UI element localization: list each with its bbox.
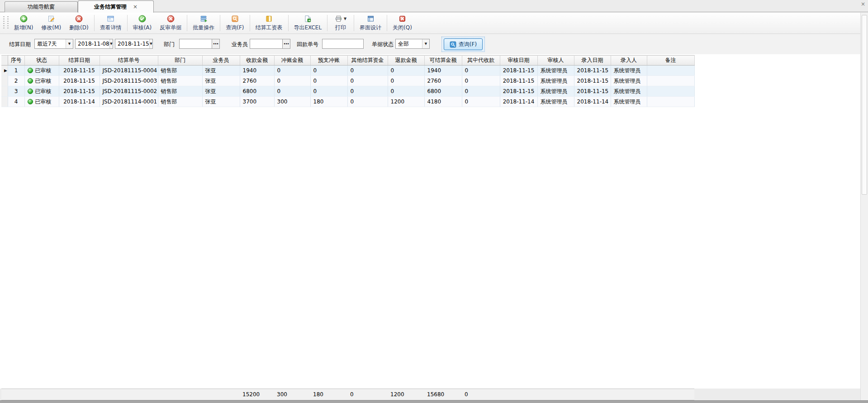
col-header-offset-amt[interactable]: 冲账金额 [274, 56, 310, 66]
total-agency-collect: 0 [462, 389, 500, 400]
button-label: 批量操作 [193, 24, 214, 32]
check-circle-icon [138, 15, 146, 23]
date-range-select[interactable]: 最近7天 ▼ [34, 39, 73, 49]
query-button[interactable]: 查询(F) [444, 38, 483, 50]
search-icon [450, 41, 456, 48]
cell-receipt-amt: 2760 [240, 76, 274, 86]
table-row[interactable]: ▶ 1 已审核 2018-11-15 JSD-20181115-0004 销售部… [1, 66, 694, 76]
add-button[interactable]: 新增(N) [10, 14, 37, 33]
col-header-other-funds[interactable]: 其他结算资金 [347, 56, 388, 66]
col-header-audit-date[interactable]: 审核日期 [500, 56, 537, 66]
table-row[interactable]: 3 已审核 2018-11-15 JSD-20181115-0002 销售部 张… [1, 86, 694, 97]
ellipsis-lookup-button[interactable]: ⋯ [212, 39, 219, 48]
col-header-advance-offset[interactable]: 预支冲账 [310, 56, 347, 66]
toolbar-grip[interactable] [7, 16, 9, 30]
col-header-dept[interactable]: 部门 [158, 56, 202, 66]
col-header-receipt-amt[interactable]: 收款金额 [240, 56, 274, 66]
tab-function-nav[interactable]: 功能导航窗 [5, 1, 78, 12]
col-header-salesman[interactable]: 业务员 [202, 56, 240, 66]
print-dropdown-caret[interactable]: ▼ [344, 17, 346, 21]
row-marker-header [1, 56, 8, 66]
col-header-doc-no[interactable]: 结算单号 [100, 56, 158, 66]
row-marker [1, 76, 8, 86]
tab-business-settlement[interactable]: 业务结算管理 × [78, 0, 154, 13]
settlement-table: 序号 状态 结算日期 结算单号 部门 业务员 收款金额 冲账金额 预支冲账 其他… [1, 55, 695, 107]
cell-dept: 销售部 [158, 97, 202, 107]
close-button[interactable]: 关闭(Q) [389, 14, 416, 33]
batch-stack-icon [200, 15, 208, 23]
cell-dept: 销售部 [158, 66, 202, 76]
button-label: 界面设计 [360, 24, 381, 32]
cell-remark [647, 76, 694, 86]
edit-button[interactable]: 修改(M) [37, 14, 65, 33]
col-header-remark[interactable]: 备注 [647, 56, 694, 66]
doc-status-select[interactable]: 全部 ▼ [395, 39, 430, 49]
doc-status-value: 全部 [396, 39, 422, 48]
query-button-focus-frame: 查询(F) [441, 37, 485, 52]
button-label: 审核(A) [133, 24, 152, 32]
settlement-payroll-button[interactable]: 结算工资表 [251, 14, 287, 33]
query-toolbar-button[interactable]: 查询(F) [222, 14, 248, 33]
ui-design-button[interactable]: 界面设计 [356, 14, 385, 33]
chevron-down-icon[interactable]: ▼ [422, 39, 429, 48]
cell-auditor: 系统管理员 [537, 86, 574, 97]
cell-doc-no: JSD-20181115-0003 [100, 76, 158, 86]
cell-refund-amt: 1200 [388, 97, 424, 107]
cell-auditor: 系统管理员 [537, 66, 574, 76]
unapprove-button[interactable]: 反审单据 [156, 14, 185, 33]
delete-button[interactable]: 删除(D) [65, 14, 93, 33]
batch-operations-button[interactable]: 批量操作 [189, 14, 218, 33]
cell-agency-collect: 0 [462, 97, 500, 107]
date-from-picker[interactable]: 2018-11-08 ▼ [75, 39, 113, 49]
chevron-down-icon[interactable]: ▼ [149, 39, 152, 48]
table-row[interactable]: 2 已审核 2018-11-15 JSD-20181115-0003 销售部 张… [1, 76, 694, 86]
receipt-no-input[interactable] [323, 39, 363, 48]
receipt-no-field [322, 39, 364, 49]
cell-settleable-amt: 1940 [424, 66, 462, 76]
view-details-button[interactable]: 查看详情 [96, 14, 126, 33]
cell-salesman: 张亚 [202, 97, 240, 107]
cell-audit-date: 2018-11-15 [500, 86, 537, 97]
export-excel-button[interactable]: 导出EXCEL [290, 14, 326, 33]
window-close-icon[interactable]: × [861, 1, 865, 7]
print-button[interactable]: ▼ 打印 [329, 14, 352, 33]
cell-other-funds: 0 [347, 97, 388, 107]
vertical-scrollbar[interactable] [860, 13, 868, 400]
button-label: 关闭(Q) [393, 24, 412, 32]
col-header-seq[interactable]: 序号 [8, 56, 24, 66]
cell-settle-date: 2018-11-15 [59, 76, 100, 86]
chevron-down-icon[interactable]: ▼ [109, 39, 113, 48]
scrollbar-thumb[interactable] [862, 15, 867, 195]
toolbar-grip[interactable] [3, 16, 5, 30]
cell-refund-amt: 0 [388, 66, 424, 76]
col-header-agency-collect[interactable]: 其中代收款 [462, 56, 500, 66]
col-header-refund-amt[interactable]: 退款金额 [388, 56, 424, 66]
settle-date-label: 结算日期 [9, 41, 31, 48]
totals-row: 15200 300 180 0 1200 15680 0 [1, 389, 694, 400]
col-header-status[interactable]: 状态 [24, 56, 59, 66]
cell-entry-date: 2018-11-15 [574, 66, 611, 76]
cell-offset-amt: 0 [274, 66, 310, 76]
col-header-entry-date[interactable]: 录入日期 [574, 56, 611, 66]
search-icon [231, 15, 239, 23]
button-label: 打印 [335, 24, 346, 32]
dept-input[interactable] [180, 39, 212, 48]
col-header-auditor[interactable]: 审核人 [537, 56, 574, 66]
toolbar-separator [220, 15, 220, 31]
salesman-label: 业务员 [232, 41, 248, 48]
approve-button[interactable]: 审核(A) [129, 14, 156, 33]
date-from-value: 2018-11-08 [76, 39, 109, 48]
cell-receipt-amt: 3700 [240, 97, 274, 107]
tab-close-icon[interactable]: × [133, 4, 138, 9]
date-to-picker[interactable]: 2018-11-15 ▼ [115, 39, 153, 49]
ellipsis-lookup-button[interactable]: ⋯ [282, 39, 290, 48]
cell-agency-collect: 0 [462, 66, 500, 76]
chevron-down-icon[interactable]: ▼ [66, 39, 73, 48]
col-header-entry-by[interactable]: 录入人 [611, 56, 647, 66]
cell-doc-no: JSD-20181115-0004 [100, 66, 158, 76]
cell-advance-offset: 0 [310, 66, 347, 76]
salesman-input[interactable] [250, 39, 282, 48]
table-row[interactable]: 4 已审核 2018-11-14 JSD-20181114-0001 销售部 张… [1, 97, 694, 107]
col-header-settleable-amt[interactable]: 可结算金额 [424, 56, 462, 66]
col-header-settle-date[interactable]: 结算日期 [59, 56, 100, 66]
